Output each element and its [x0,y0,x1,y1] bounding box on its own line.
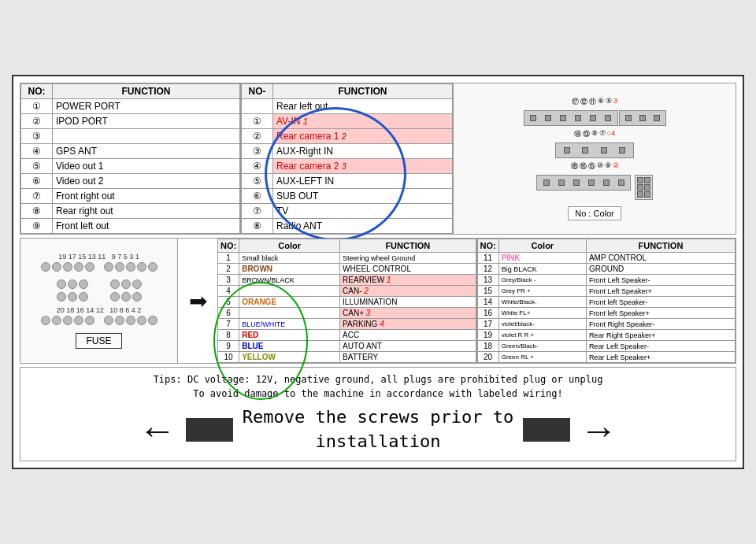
tips-line1: Tips: DC voltage: 12V, negative ground, … [27,374,729,385]
no-color-label: No : Color [568,206,621,220]
connector-pin [605,115,611,121]
connector-hole [132,292,142,302]
table-row: ① AV-IN 1 [242,114,453,129]
right-table-header-no: NO- [242,84,273,99]
connector-hole [137,316,146,325]
table-row: 6 CAN+ 3 [218,308,476,319]
table-row: ⑦TV [242,204,453,219]
remove-section: ← Remove the screws prior to installatio… [27,405,729,454]
connector-hole [41,262,50,272]
connector-pin [545,115,551,121]
table-row: 3 BROWN/BLACK REARVIEW 1 [218,275,476,286]
table-row: ⑧Rear right out [21,204,240,219]
table-row: ②IPOD PORT [21,114,240,129]
table-row: ④ Rear camera 2 3 [242,159,453,174]
fuse-label: FUSE [76,333,121,349]
connector-pin [618,179,624,186]
table-row: 11 PINK AMP CONTROL [477,253,736,264]
connector-hole [68,279,77,289]
connector-hole [57,292,66,302]
connector-pin [560,115,566,121]
connector-hole [74,262,83,272]
connector-pin [558,179,565,186]
connector-pin [644,184,650,191]
table-row: 20 Green RL + Rear Left Speaker+ [477,352,736,363]
connector-pin [637,184,643,191]
main-container: NO: FUNCTION ①POWER PORT ②IPOD PORT ③ ④G… [12,75,744,469]
middle-section: 19 17 15 13 11 9 7 5 3 1 [20,238,736,364]
connector-pin [644,177,650,183]
left-table-header-function: FUNCTION [53,84,240,99]
top-section: NO: FUNCTION ①POWER PORT ②IPOD PORT ③ ④G… [20,83,736,235]
connector-hole [57,279,66,289]
connector-area: ⑰ ⑫ ⑪ ⑥ ⑤ 3 [454,83,736,234]
connector-pin [575,115,581,121]
connector-pin [588,179,595,186]
connector-pin [601,147,607,154]
table-row: ⑤AUX-LEFT IN [242,174,453,189]
table-row: 10 YELLOW BATTERY [218,352,476,363]
connector-hole [79,292,88,302]
table-row: ② Rear camera 1 2 [242,129,453,144]
connector-hole [148,316,158,325]
connector-hole [148,262,158,272]
right-arrow: → [580,409,617,452]
left-table-header-no: NO: [21,84,53,99]
arrow-black-right [523,418,570,442]
connector-hole [52,262,61,272]
connector-hole [52,316,61,325]
table-row: 5 ORANGE ILLUMINATION [218,297,476,308]
connector-hole [79,279,88,289]
table-row: 13 Grey/Black - Front Left Speaker- [477,275,736,286]
middle-arrow: ➡ [178,239,217,363]
connector-hole [74,316,83,325]
connector-pin [637,191,643,198]
connector-pin [590,115,596,121]
connector-hole [137,262,146,272]
table-row: ⑦Front right out [21,189,240,204]
table-row: ⑧Radio ANT [242,219,453,234]
connector-pin [625,115,632,121]
arrow-black-left [186,418,233,442]
table-row: ④GPS ANT [21,144,240,159]
right-wire-table: NO: Color FUNCTION 11 PINK AMP CONTROL 1… [477,239,736,363]
connector-hole [110,292,120,302]
table-row: 4 CAN- 2 [218,286,476,297]
connector-hole [68,292,77,302]
left-table: NO: FUNCTION ①POWER PORT ②IPOD PORT ③ ④G… [20,83,241,234]
table-row: 19 violet R R + Rear Right Speaker+ [477,330,736,341]
right-table-header-function: FUNCTION [273,84,453,99]
table-row: 9 BLUE AUTO ANT [218,341,476,352]
connector-pin [582,147,588,154]
table-row: 18 Green/Black- Rear Left Speaker- [477,341,736,352]
connector-hole [41,316,50,325]
table-row: 17 violet/black- Front Right Speaker- [477,319,736,330]
tips-line2: To avoid damage to the machine in accord… [27,388,729,399]
connector-pin [530,115,536,121]
table-row: 7 BLUE/WHITE PARKING 4 [218,319,476,330]
table-row: ①POWER PORT [21,99,240,114]
connector-hole [121,279,131,289]
connector-pin [603,179,610,186]
table-row: 12 Big BLACK GROUND [477,264,736,275]
connector-hole [115,262,124,272]
connector-pin [644,191,650,198]
wire-tables: NO: Color FUNCTION 1 Small black Steerin… [217,239,736,363]
table-row: ⑨Front left out [21,219,240,234]
table-row: ③AUX-Right IN [242,144,453,159]
connector-hole [121,292,131,302]
table-row: 14 White/Black- Front left Speaker- [477,297,736,308]
connector-hole [104,262,113,272]
connector-hole [126,316,135,325]
connector-hole [110,279,120,289]
connector-hole [85,262,94,272]
connector-hole [132,279,142,289]
left-arrow: ← [139,409,176,452]
table-row: 2 BROWN WHEEL CONTROL [218,264,476,275]
connector-pin [564,147,570,154]
connector-pin [573,179,580,186]
table-row: 16 White FL+ Front left Speaker+ [477,308,736,319]
right-table-area: NO- FUNCTION Rear left out ① AV-IN 1 ② R… [241,83,454,234]
table-row: ⑥SUB OUT [242,189,453,204]
table-row: 8 RED ACC [218,330,476,341]
